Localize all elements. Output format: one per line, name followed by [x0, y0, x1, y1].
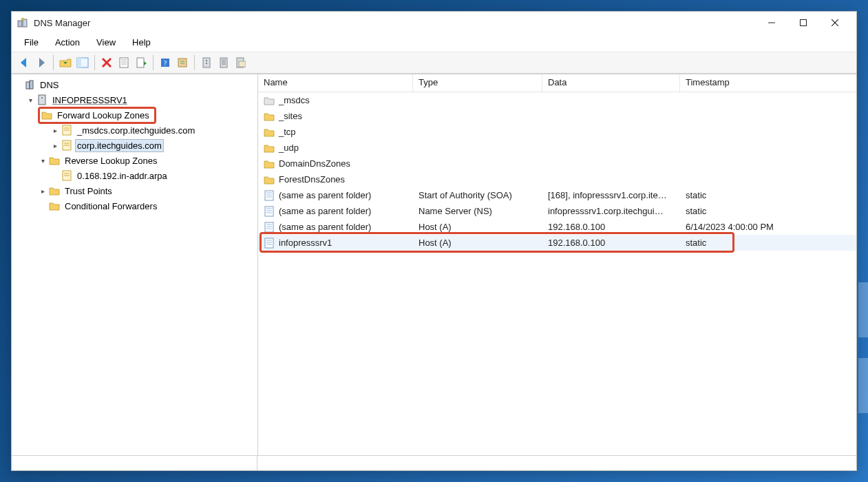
menu-file[interactable]: File [16, 36, 47, 49]
tree-label: Trust Points [63, 185, 114, 198]
list-row[interactable]: _sites [258, 108, 856, 124]
tree-node-zone[interactable]: ▸ _msdcs.corp.itechguides.com [13, 123, 256, 138]
col-type[interactable]: Type [413, 74, 542, 92]
folder-icon [264, 111, 275, 122]
list-body[interactable]: _msdcs_sites_tcp_udpDomainDnsZonesForest… [258, 92, 856, 455]
tree-label: _msdcs.corp.itechguides.com [75, 124, 197, 137]
forward-button[interactable] [33, 54, 50, 71]
svg-rect-59 [265, 238, 273, 248]
tree-node-zone-selected[interactable]: ▸ corp.itechguides.com [13, 138, 256, 153]
svg-rect-35 [30, 81, 33, 89]
svg-rect-55 [265, 222, 273, 232]
statusbar-left [12, 456, 257, 470]
record-icon [264, 206, 275, 217]
zone-file-icon [61, 125, 72, 136]
svg-rect-11 [77, 58, 81, 67]
window-title: DNS Manager [34, 18, 90, 28]
tree-node-reverse-zones[interactable]: ▾ Reverse Lookup Zones [13, 153, 256, 168]
titlebar: DNS Manager [12, 12, 856, 34]
record-icon [264, 222, 275, 233]
up-level-button[interactable] [57, 54, 74, 71]
chevron-icon[interactable] [38, 201, 47, 211]
chevron-down-icon[interactable]: ▾ [38, 156, 47, 165]
svg-rect-4 [801, 20, 807, 26]
cell-name: _sites [279, 111, 302, 121]
delete-button[interactable] [98, 54, 115, 71]
menu-help[interactable]: Help [124, 36, 159, 49]
toolbar: ? [12, 52, 856, 74]
list-row[interactable]: (same as parent folder)Start of Authorit… [258, 187, 856, 203]
tree-node-conditional-forwarders[interactable]: Conditional Forwarders [13, 198, 256, 213]
zone-file-icon [61, 170, 72, 181]
folder-icon [41, 109, 52, 120]
list-row[interactable]: (same as parent folder)Name Server (NS)i… [258, 203, 856, 219]
tree-node-forward-zones[interactable]: Forward Lookup Zones [13, 107, 256, 123]
folder-icon [49, 185, 60, 196]
list-row[interactable]: _msdcs [258, 92, 856, 108]
app-icon [17, 17, 28, 28]
svg-text:?: ? [164, 59, 167, 67]
list-row[interactable]: DomainDnsZones [258, 156, 856, 171]
export-button[interactable] [133, 54, 149, 71]
server-icon-1[interactable] [198, 54, 215, 71]
svg-marker-7 [21, 58, 26, 67]
server-icon-2[interactable] [215, 54, 232, 71]
svg-rect-34 [26, 82, 30, 89]
svg-rect-0 [18, 21, 22, 27]
cell-type: Host (A) [419, 238, 452, 248]
svg-rect-18 [137, 58, 144, 67]
list-row[interactable]: (same as parent folder)Host (A)192.168.0… [258, 219, 856, 235]
chevron-icon[interactable] [13, 80, 23, 90]
svg-rect-22 [178, 59, 187, 67]
record-icon [264, 238, 275, 249]
folder-icon [49, 200, 60, 211]
tree-node-reverse-zone[interactable]: 0.168.192.in-addr.arpa [13, 168, 256, 183]
chevron-right-icon[interactable]: ▸ [38, 186, 47, 196]
cell-name: (same as parent folder) [279, 222, 371, 232]
tree-pane[interactable]: DNS ▾ INFOPRESSSRV1 [12, 74, 258, 455]
folder-icon [264, 143, 275, 154]
help-button[interactable]: ? [157, 54, 173, 71]
col-name[interactable]: Name [258, 74, 413, 92]
statusbar [12, 455, 856, 470]
tree-label: Conditional Forwarders [63, 200, 159, 213]
record-icon [264, 190, 275, 201]
new-record-button[interactable] [174, 54, 191, 71]
svg-rect-28 [220, 58, 227, 67]
minimize-button[interactable] [756, 12, 787, 33]
cell-name: (same as parent folder) [279, 190, 371, 200]
window-controls [756, 12, 851, 33]
list-row[interactable]: _tcp [258, 124, 856, 140]
tree-node-dns[interactable]: DNS [13, 77, 256, 92]
svg-point-27 [206, 63, 207, 64]
tree-node-server[interactable]: ▾ INFOPRESSSRV1 [13, 92, 256, 107]
list-row[interactable]: _udp [258, 140, 856, 156]
chevron-right-icon[interactable]: ▸ [50, 140, 60, 150]
chevron-icon[interactable] [50, 171, 60, 180]
close-button[interactable] [819, 12, 851, 33]
cell-name: ForestDnsZones [279, 174, 345, 185]
chevron-right-icon[interactable]: ▸ [50, 125, 60, 135]
back-button[interactable] [16, 54, 32, 71]
show-hide-tree-button[interactable] [74, 54, 91, 71]
maximize-button[interactable] [787, 12, 819, 33]
properties-button[interactable] [116, 54, 132, 71]
svg-rect-36 [39, 95, 45, 105]
cell-data: 192.168.0.100 [548, 238, 605, 248]
svg-rect-51 [265, 207, 273, 216]
folder-icon [264, 174, 275, 185]
tree-node-trust-points[interactable]: ▸ Trust Points [13, 183, 256, 198]
chevron-down-icon[interactable]: ▾ [25, 95, 35, 105]
menu-action[interactable]: Action [47, 36, 88, 49]
menu-view[interactable]: View [88, 36, 124, 49]
col-data[interactable]: Data [542, 74, 680, 92]
server-icon-3[interactable] [233, 54, 249, 71]
list-row[interactable]: infopresssrv1Host (A)192.168.0.100static [258, 235, 856, 251]
cell-timestamp: 6/14/2023 4:00:00 PM [686, 222, 774, 232]
list-header[interactable]: Name Type Data Timestamp [258, 74, 856, 92]
cell-name: _msdcs [279, 95, 310, 105]
list-row[interactable]: ForestDnsZones [258, 171, 856, 187]
svg-rect-47 [265, 191, 273, 200]
col-timestamp[interactable]: Timestamp [680, 74, 856, 92]
tree-label: DNS [38, 78, 61, 92]
